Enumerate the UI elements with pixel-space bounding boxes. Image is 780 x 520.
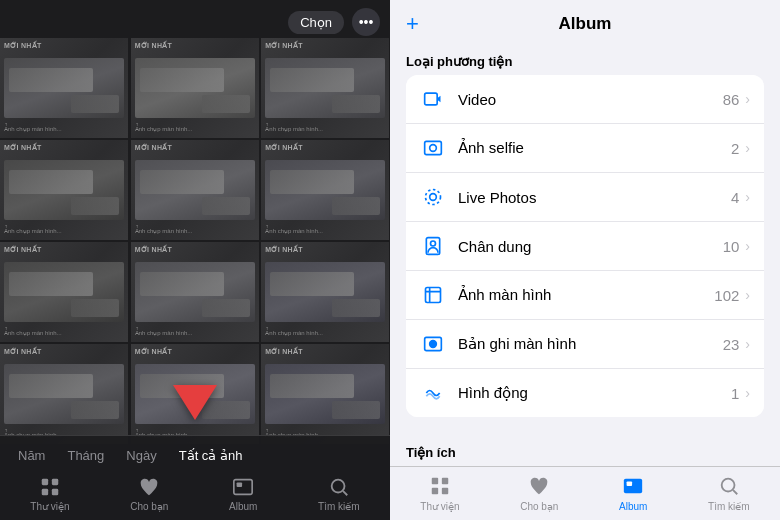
- nav-album[interactable]: Album: [229, 475, 257, 512]
- svg-point-12: [430, 194, 437, 201]
- nav-library-label: Thư viện: [30, 501, 69, 512]
- nav-library[interactable]: Thư viện: [30, 475, 69, 512]
- svg-rect-24: [442, 478, 448, 484]
- svg-rect-16: [426, 288, 441, 303]
- selfie-chevron: ›: [745, 140, 750, 156]
- live-photos-chevron: ›: [745, 189, 750, 205]
- live-photos-label: Live Photos: [458, 189, 731, 206]
- nav-icons-left: Thư viện Cho bạn Album Tìm kiếm: [0, 471, 390, 520]
- svg-rect-27: [624, 479, 642, 494]
- nav-right-search[interactable]: Tìm kiếm: [708, 473, 750, 512]
- portrait-icon: [420, 233, 446, 259]
- screen-record-chevron: ›: [745, 336, 750, 352]
- nav-right-album[interactable]: Album: [619, 473, 647, 512]
- svg-rect-4: [234, 480, 252, 495]
- photo-cell[interactable]: MỚI NHẤT Ảnh chụp màn hình...: [261, 242, 389, 342]
- photo-cell[interactable]: MỚI NHẤT Ảnh chụp màn hình...: [261, 344, 389, 444]
- photo-cell[interactable]: MỚI NHẤT Ảnh chụp màn hình...: [0, 242, 128, 342]
- svg-point-15: [431, 241, 436, 246]
- screen-record-icon: [420, 331, 446, 357]
- svg-rect-26: [442, 488, 448, 494]
- nav-right-library[interactable]: Thư viện: [420, 473, 459, 512]
- svg-point-6: [332, 480, 345, 493]
- list-item-animated[interactable]: Hình động 1 ›: [406, 369, 764, 417]
- list-item-selfie[interactable]: Ảnh selfie 2 ›: [406, 124, 764, 173]
- top-bar: Chọn •••: [0, 0, 390, 44]
- svg-rect-23: [432, 478, 438, 484]
- photo-cell[interactable]: MỚI NHẤT Ảnh chụp màn hình...: [261, 38, 389, 138]
- video-count: 86: [723, 91, 740, 108]
- album-icon: [231, 475, 255, 499]
- screen-record-label: Bản ghi màn hình: [458, 335, 723, 353]
- more-button[interactable]: •••: [352, 8, 380, 36]
- library-nav-icon: [427, 473, 453, 499]
- nav-right-foryou[interactable]: Cho bạn: [520, 473, 558, 512]
- svg-rect-5: [237, 482, 243, 487]
- svg-rect-10: [425, 141, 442, 154]
- photo-cell[interactable]: MỚI NHẤT Ảnh chụp màn hình...: [0, 344, 128, 444]
- right-header: + Album: [390, 0, 780, 42]
- live-photos-count: 4: [731, 189, 739, 206]
- nav-right-library-label: Thư viện: [420, 501, 459, 512]
- list-item-live-photos[interactable]: Live Photos 4 ›: [406, 173, 764, 222]
- time-tabs: Năm Tháng Ngày Tất cả ảnh: [0, 436, 390, 471]
- album-title: Album: [559, 14, 612, 34]
- arrow-indicator: [173, 385, 217, 420]
- chon-button[interactable]: Chọn: [288, 11, 344, 34]
- svg-rect-8: [425, 93, 438, 105]
- nav-search-label: Tìm kiếm: [318, 501, 360, 512]
- tab-nam[interactable]: Năm: [10, 444, 53, 467]
- animated-chevron: ›: [745, 385, 750, 401]
- nav-right-foryou-label: Cho bạn: [520, 501, 558, 512]
- screenshot-icon: [420, 282, 446, 308]
- video-icon: [420, 86, 446, 112]
- portrait-count: 10: [723, 238, 740, 255]
- svg-line-30: [733, 490, 737, 494]
- selfie-icon: [420, 135, 446, 161]
- tab-tatcaanh[interactable]: Tất cả ảnh: [171, 444, 251, 467]
- nav-search[interactable]: Tìm kiếm: [318, 475, 360, 512]
- animated-label: Hình động: [458, 384, 731, 402]
- selfie-count: 2: [731, 140, 739, 157]
- media-type-list: Video 86 › Ảnh selfie 2 › Live Photos 4: [406, 75, 764, 417]
- bottom-nav-left: Năm Tháng Ngày Tất cả ảnh Thư viện Cho b…: [0, 435, 390, 520]
- live-photos-icon: [420, 184, 446, 210]
- screenshot-count: 102: [714, 287, 739, 304]
- photo-cell[interactable]: MỚI NHẤT Ảnh chụp màn hình...: [0, 140, 128, 240]
- media-type-section-header: Loại phương tiện: [390, 42, 780, 75]
- tab-ngay[interactable]: Ngày: [118, 444, 164, 467]
- photo-cell[interactable]: MỚI NHẤT Ảnh chụp màn hình...: [131, 242, 259, 342]
- svg-point-13: [426, 190, 441, 205]
- photo-cell[interactable]: MỚI NHẤT Ảnh chụp màn hình...: [0, 38, 128, 138]
- add-album-button[interactable]: +: [406, 11, 419, 37]
- animated-icon: [420, 380, 446, 406]
- heart-icon: [137, 475, 161, 499]
- nav-right-album-label: Album: [619, 501, 647, 512]
- library-icon: [38, 475, 62, 499]
- list-item-screen-record[interactable]: Bản ghi màn hình 23 ›: [406, 320, 764, 369]
- svg-rect-3: [52, 489, 58, 495]
- photo-cell[interactable]: MỚI NHẤT Ảnh chụp màn hình...: [131, 38, 259, 138]
- portrait-chevron: ›: [745, 238, 750, 254]
- search-icon: [327, 475, 351, 499]
- photo-cell[interactable]: MỚI NHẤT Ảnh chụp màn hình...: [131, 140, 259, 240]
- svg-rect-0: [42, 479, 48, 485]
- svg-line-7: [343, 491, 347, 495]
- nav-icons-right: Thư viện Cho bạn Album Tìm kiếm: [390, 473, 780, 512]
- animated-count: 1: [731, 385, 739, 402]
- album-nav-icon: [620, 473, 646, 499]
- utilities-section-header: Tiện ích: [390, 433, 780, 466]
- photo-cell[interactable]: MỚI NHẤT Ảnh chụp màn hình...: [261, 140, 389, 240]
- portrait-label: Chân dung: [458, 238, 723, 255]
- list-item-screenshot[interactable]: Ảnh màn hình 102 ›: [406, 271, 764, 320]
- screen-record-count: 23: [723, 336, 740, 353]
- list-item-video[interactable]: Video 86 ›: [406, 75, 764, 124]
- nav-for-you[interactable]: Cho bạn: [130, 475, 168, 512]
- nav-right-search-label: Tìm kiếm: [708, 501, 750, 512]
- svg-point-18: [430, 341, 437, 348]
- tab-thang[interactable]: Tháng: [59, 444, 112, 467]
- svg-point-29: [722, 479, 735, 492]
- list-item-portrait[interactable]: Chân dung 10 ›: [406, 222, 764, 271]
- svg-rect-1: [52, 479, 58, 485]
- svg-point-11: [430, 145, 437, 152]
